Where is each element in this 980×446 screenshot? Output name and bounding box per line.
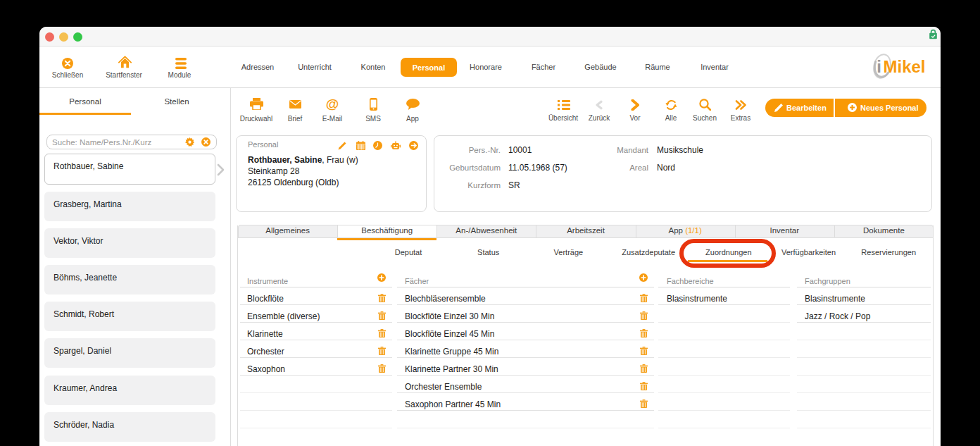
svg-text:Mikel: Mikel	[884, 57, 926, 76]
svg-text:i: i	[877, 57, 881, 76]
